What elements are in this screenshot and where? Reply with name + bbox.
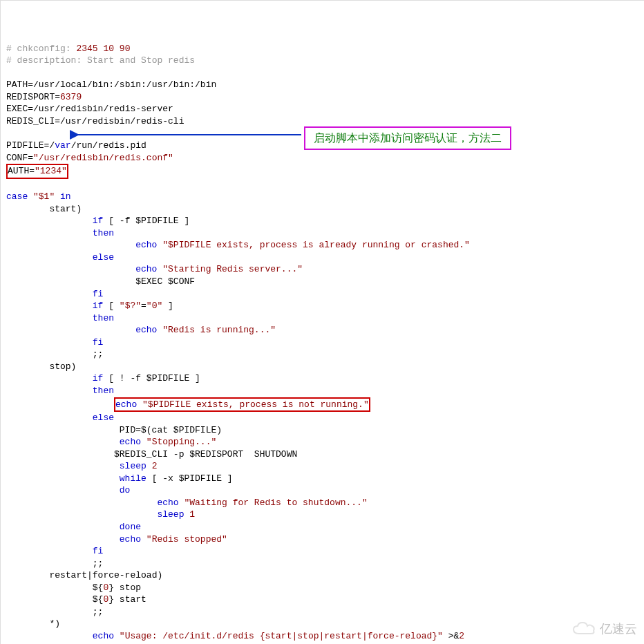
do-kw: do — [120, 485, 131, 495]
echo-waiting: echo "Waiting for Redis to shutdown..." — [157, 498, 367, 508]
echo-running: echo "Redis is running..." — [135, 325, 276, 335]
else-kw2: else — [93, 413, 114, 423]
else-kw: else — [93, 252, 114, 263]
dsemi1: ;; — [93, 349, 104, 359]
echo-stopped: echo "Redis stopped" — [120, 534, 227, 544]
fi-kw2: fi — [93, 337, 104, 348]
comment-description: # description: Start and Stop redis — [6, 55, 195, 66]
auth-highlight-box: AUTH="1234" — [6, 164, 68, 179]
pid-assign: PID=$(cat $PIDFILE) — [120, 425, 222, 435]
case-restart: restart|force-reload) — [49, 570, 162, 580]
fi-kw3: fi — [93, 546, 104, 556]
comment-chkconfig: # chkconfig: 2345 10 90 — [6, 44, 130, 54]
path-line: PATH=/usr/local/bin:/sbin:/usr/bin:/bin — [6, 79, 216, 90]
case-start: start) — [49, 204, 82, 214]
then-kw3: then — [93, 386, 114, 396]
echo-starting: echo "Starting Redis server..." — [135, 264, 303, 274]
dsemi2: ;; — [93, 558, 104, 569]
d0-stop: ${0} stop — [93, 583, 141, 593]
annotation-callout: 启动脚本中添加访问密码认证，方法二 — [304, 126, 511, 150]
exec-line: EXEC=/usr/redisbin/redis-server — [6, 104, 173, 114]
then-kw2: then — [93, 313, 114, 323]
if-rc0: if [ "$?"="0" ] — [93, 301, 173, 311]
dsemi3: ;; — [93, 607, 104, 617]
sleep1: sleep 1 — [157, 509, 195, 520]
echo-exists: echo "$PIDFILE exists, process is alread… — [135, 240, 470, 250]
redisport-line: REDISPORT=6379 — [6, 92, 82, 102]
case-open: case "$1" in — [6, 191, 71, 202]
while-pid: while [ -x $PIDFILE ] — [120, 473, 233, 484]
d0-start: ${0} start — [93, 594, 146, 605]
if-notpidfile: if [ ! -f $PIDFILE ] — [93, 373, 200, 383]
echo-notrunning-highlight-box: echo "$PIDFILE exists, process is not ru… — [114, 397, 370, 413]
fi-kw: fi — [93, 289, 104, 299]
cloud-icon — [572, 621, 596, 636]
watermark: 亿速云 — [572, 621, 637, 637]
exec-conf: $EXEC $CONF — [135, 276, 195, 287]
done-kw: done — [120, 522, 141, 532]
if-pidfile: if [ -f $PIDFILE ] — [93, 216, 189, 226]
echo-usage: echo "Usage: /etc/init.d/redis {start|st… — [93, 631, 464, 641]
sleep2: sleep 2 — [120, 461, 158, 471]
watermark-text: 亿速云 — [600, 621, 637, 637]
conf-line: CONF="/usr/redisbin/redis.conf" — [6, 153, 173, 163]
case-default: *) — [49, 618, 60, 629]
case-stop: stop) — [49, 361, 76, 372]
echo-stopping: echo "Stopping..." — [120, 437, 216, 447]
annotation-arrow-icon — [70, 124, 305, 144]
then-kw: then — [93, 228, 114, 238]
rediscli-shutdown: $REDIS_CLI -p $REDISPORT SHUTDOWN — [114, 449, 297, 460]
